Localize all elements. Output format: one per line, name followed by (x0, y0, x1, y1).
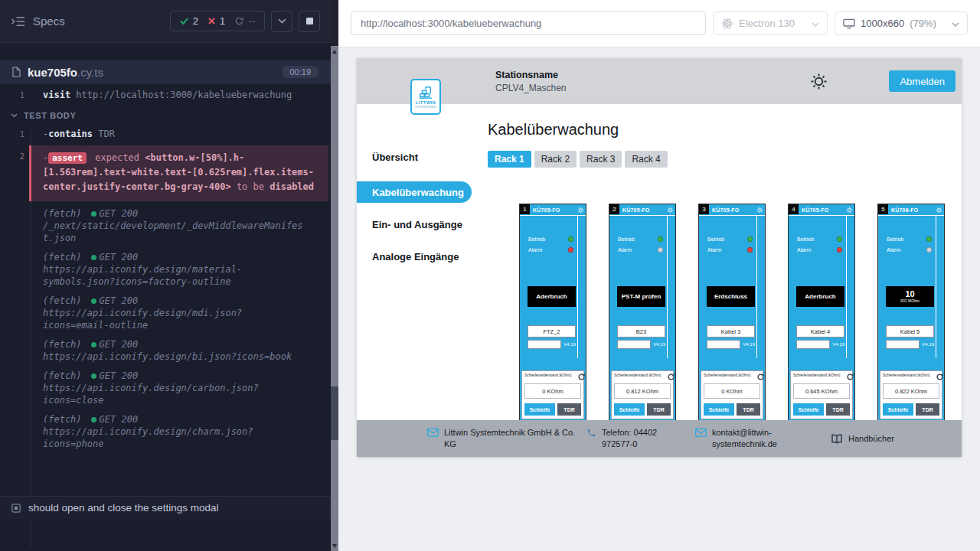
fetch-log-row[interactable]: (fetch)GET 200 /_next/static/development… (0, 206, 331, 249)
spec-file-header[interactable]: kue705fo.cy.ts 00:19 (0, 60, 331, 84)
card-number-badge: 4 (789, 204, 799, 214)
betrieb-led (658, 236, 663, 242)
resistance-value: 0 KOhm (524, 383, 581, 399)
fetch-log-row[interactable]: (fetch)GET 200 https://api.iconify.desig… (0, 412, 331, 455)
reporter-scrollbar (331, 0, 338, 551)
station-info: Stationsname CPLV4_Maschen (495, 70, 567, 93)
resistance-value: 0.812 KOhm (614, 383, 671, 399)
tab-rack-3[interactable]: Rack 3 (580, 151, 622, 168)
browser-selector[interactable]: Electron 130 (713, 11, 828, 35)
card-side-column (846, 216, 854, 358)
schleife-button[interactable]: Schleife (524, 403, 555, 416)
betrieb-led (747, 236, 753, 242)
schleife-button[interactable]: Schleife (883, 403, 913, 416)
tdr-button[interactable]: TDR (557, 403, 581, 416)
refresh-icon[interactable] (757, 373, 764, 380)
status-display: 10ISO MOhm (886, 286, 934, 307)
success-dot-icon (91, 373, 96, 379)
reporter-header: Specs 2 1 -- (0, 0, 331, 43)
footer-email[interactable]: kontakt@littwin-systemtechnik.de (695, 427, 831, 450)
scroll-up-arrow[interactable] (331, 46, 338, 57)
card-settings-icon[interactable] (936, 207, 942, 214)
cypress-reporter-panel: Specs 2 1 -- kue705fo.cy.ts 00:19 (0, 0, 331, 551)
stat-pending: -- (235, 15, 255, 27)
next-test-item[interactable]: should open and close the settings modal (0, 496, 331, 519)
nav-item-kabelueberwachung[interactable]: Kabelüberwachung (357, 181, 472, 203)
command-visit[interactable]: 1 visit http://localhost:3000/kabelueber… (0, 86, 331, 104)
email-icon (427, 428, 439, 437)
scrollbar-track[interactable] (331, 46, 338, 551)
station-value: CPLV4_Maschen (495, 83, 567, 93)
footer-manuals-link[interactable]: Handbücher (831, 433, 894, 445)
cable-name-field[interactable]: B23 (617, 325, 665, 337)
card-settings-icon[interactable] (756, 207, 763, 214)
settings-gear-icon[interactable] (810, 73, 828, 90)
refresh-icon[interactable] (578, 373, 585, 380)
card-side-column (756, 216, 765, 358)
collapse-reporter-button[interactable] (271, 11, 292, 32)
spare-field (707, 340, 740, 349)
alarm-led (926, 247, 932, 253)
fetch-log-row[interactable]: (fetch)GET 200 https://api.iconify.desig… (0, 368, 331, 412)
url-input[interactable]: http://localhost:3000/kabelueberwachung (351, 11, 706, 35)
schleife-button[interactable]: Schleife (793, 403, 824, 416)
scrollbar-thumb[interactable] (331, 386, 338, 440)
fetch-log-row[interactable]: (fetch)GET 200 https://api.iconify.desig… (0, 337, 331, 368)
nav-item-ein-ausgaenge[interactable]: Ein- und Ausgänge (357, 217, 475, 232)
card-settings-icon[interactable] (846, 207, 853, 214)
alarm-led (568, 247, 573, 253)
tdr-button[interactable]: TDR (737, 403, 760, 416)
page-title: Kabelüberwachung (488, 121, 962, 139)
scroll-down-arrow[interactable] (331, 540, 338, 551)
cable-name-field[interactable]: Kabel 5 (886, 325, 934, 337)
card-side-column (577, 216, 586, 358)
command-log: 1 visit http://localhost:3000/kabelueber… (0, 84, 331, 455)
tdr-button[interactable]: TDR (647, 403, 671, 416)
refresh-icon[interactable] (936, 373, 943, 380)
schleife-button[interactable]: Schleife (704, 403, 734, 416)
stop-tests-button[interactable] (299, 11, 320, 32)
app-footer: Littwin Systemtechnik GmbH & Co. KG Tele… (357, 420, 962, 457)
nav-item-analoge-eingaenge[interactable]: Analoge Eingänge (357, 249, 475, 264)
tab-rack-4[interactable]: Rack 4 (625, 151, 667, 168)
betrieb-led (926, 236, 932, 242)
nav-item-uebersicht[interactable]: Übersicht (357, 149, 475, 165)
card-settings-icon[interactable] (577, 207, 584, 214)
refresh-icon[interactable] (668, 373, 675, 380)
footer-phone[interactable]: Telefon: 04402 972577-0 (586, 427, 695, 450)
logout-button[interactable]: Abmelden (889, 70, 956, 92)
status-display: Erdschluss (707, 286, 755, 307)
x-icon (208, 18, 215, 24)
spec-extension: .cy.ts (77, 66, 103, 79)
browser-url-bar: http://localhost:3000/kabelueberwachung … (338, 0, 980, 47)
schleife-button[interactable]: Schleife (614, 403, 645, 416)
tab-rack-2[interactable]: Rack 2 (534, 151, 577, 168)
cable-name-field[interactable]: Kabel 3 (707, 325, 755, 337)
viewport-selector[interactable]: 1000x660 (79%) (835, 11, 968, 35)
chevron-down-icon (11, 113, 18, 118)
refresh-icon[interactable] (847, 373, 854, 380)
specs-menu-icon[interactable] (11, 16, 25, 27)
crane-containers-icon (417, 86, 434, 99)
spare-field (886, 340, 920, 349)
electron-icon (721, 18, 733, 30)
card-number-badge: 5 (878, 204, 888, 214)
fetch-log-row[interactable]: (fetch)GET 200 https://api.iconify.desig… (0, 293, 331, 337)
command-assert-failed[interactable]: 2 -assert expected <button.w-[50%].h-[1.… (0, 145, 331, 201)
cable-name-field[interactable]: Kabel 4 (796, 325, 844, 337)
next-test-title: should open and close the settings modal (28, 502, 218, 514)
card-title: KÜ705-FO (802, 207, 828, 213)
tab-rack-1[interactable]: Rack 1 (488, 151, 531, 168)
book-icon (831, 434, 843, 444)
tdr-button[interactable]: TDR (916, 403, 939, 416)
card-title: KÜ705-FO (533, 207, 560, 213)
fetch-log-row[interactable]: (fetch)GET 200 https://api.iconify.desig… (0, 249, 331, 293)
app-header: LITTWIN SYSTEMTECHNIK Stationsname CPLV4… (357, 58, 962, 104)
test-body-section-header[interactable]: TEST BODY (0, 104, 331, 126)
command-contains[interactable]: 1 -contains TDR (0, 126, 331, 143)
cable-name-field[interactable]: FTZ_2 (528, 325, 576, 337)
fetch-url: https://api.iconify.design/bi.json?icons… (43, 350, 305, 363)
card-settings-icon[interactable] (667, 207, 674, 214)
viewport-icon (843, 18, 855, 29)
tdr-button[interactable]: TDR (826, 403, 850, 416)
